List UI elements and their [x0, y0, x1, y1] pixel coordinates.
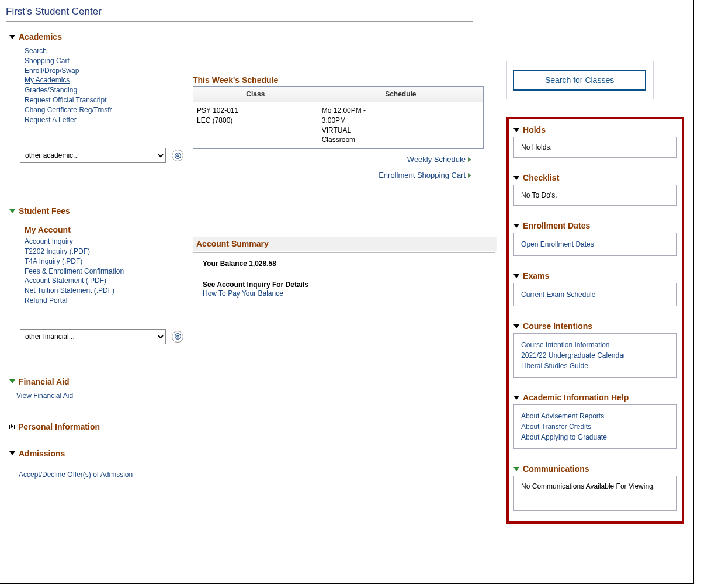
- financial-aid-header[interactable]: Financial Aid: [6, 373, 506, 391]
- schedule-table: Class Schedule PSY 102-011 LEC (7800) Mo…: [193, 86, 484, 149]
- link-account-inquiry[interactable]: Account Inquiry: [25, 237, 193, 247]
- liberal-studies-guide-link[interactable]: Liberal Studies Guide: [521, 361, 669, 371]
- sched-line4: Classroom: [322, 135, 480, 145]
- checklist-title: Checklist: [523, 173, 559, 182]
- academic-help-header[interactable]: Academic Information Help: [513, 393, 677, 404]
- view-financial-aid-link[interactable]: View Financial Aid: [16, 391, 506, 401]
- course-intentions-title: Course Intentions: [523, 321, 592, 331]
- my-account-subhead: My Account: [6, 220, 193, 237]
- account-detail-text: See Account Inquiry For Details: [203, 281, 485, 289]
- account-summary-box: Your Balance 1,028.58 See Account Inquir…: [193, 252, 495, 305]
- how-to-pay-link[interactable]: How To Pay Your Balance: [203, 289, 485, 298]
- exams-box: Current Exam Schedule: [513, 283, 677, 306]
- communications-title: Communications: [523, 464, 589, 473]
- academics-header[interactable]: Academics: [6, 29, 506, 46]
- class-section: LEC (7800): [197, 116, 314, 126]
- about-advisement-reports-link[interactable]: About Advisement Reports: [521, 411, 669, 421]
- sched-line1: Mo 12:00PM -: [322, 106, 480, 116]
- student-fees-header[interactable]: Student Fees: [6, 203, 506, 220]
- student-fees-title: Student Fees: [19, 206, 70, 216]
- expand-arrow-box-icon: [9, 424, 15, 429]
- collapse-arrow-icon: [9, 379, 15, 383]
- search-classes-container: Search for Classes: [506, 61, 654, 99]
- checklist-box: No To Do's.: [513, 185, 677, 206]
- col-schedule-header: Schedule: [318, 87, 483, 102]
- sidebar-highlight-box: Holds No Holds. Checklist No To Do's. En…: [506, 117, 684, 524]
- enrollment-shopping-cart-link[interactable]: Enrollment Shopping Cart: [379, 171, 471, 179]
- link-refund-portal[interactable]: Refund Portal: [25, 296, 193, 306]
- checklist-header[interactable]: Checklist: [513, 173, 677, 185]
- collapse-arrow-icon: [513, 274, 519, 278]
- other-academic-select[interactable]: other academic...: [20, 148, 166, 163]
- holds-box: No Holds.: [513, 137, 677, 158]
- collapse-arrow-icon: [513, 128, 519, 132]
- holds-title: Holds: [523, 125, 546, 134]
- open-enrollment-dates-link[interactable]: Open Enrollment Dates: [521, 239, 669, 250]
- triangle-right-icon: [468, 173, 471, 178]
- collapse-arrow-icon: [9, 209, 15, 213]
- link-request-letter[interactable]: Request A Letter: [25, 115, 193, 125]
- collapse-arrow-icon: [513, 224, 519, 228]
- undergrad-calendar-link[interactable]: 2021/22 Undergraduate Calendar: [521, 350, 669, 361]
- link-t2202[interactable]: T2202 Inquiry (.PDF): [25, 247, 193, 257]
- accept-decline-offer-link[interactable]: Accept/Decline Offer(s) of Admission: [19, 470, 506, 480]
- about-transfer-credits-link[interactable]: About Transfer Credits: [521, 421, 669, 432]
- communications-header[interactable]: Communications: [513, 464, 677, 476]
- collapse-arrow-icon: [513, 467, 519, 471]
- course-intentions-header[interactable]: Course Intentions: [513, 321, 677, 333]
- academic-help-box: About Advisement Reports About Transfer …: [513, 404, 677, 449]
- page-title: First's Student Center: [6, 6, 687, 21]
- enrollment-dates-box: Open Enrollment Dates: [513, 233, 677, 256]
- col-class-header: Class: [193, 87, 318, 102]
- go-icon: [175, 153, 181, 159]
- go-icon: [175, 333, 181, 340]
- collapse-arrow-icon: [9, 451, 15, 455]
- link-my-academics[interactable]: My Academics: [25, 75, 193, 85]
- search-for-classes-button[interactable]: Search for Classes: [513, 70, 646, 91]
- academic-help-title: Academic Information Help: [523, 393, 629, 402]
- collapse-arrow-icon: [513, 396, 519, 400]
- personal-info-header[interactable]: Personal Information: [6, 418, 506, 436]
- admissions-title: Admissions: [19, 449, 65, 458]
- sched-line2: 3:00PM: [322, 116, 480, 126]
- holds-header[interactable]: Holds: [513, 125, 677, 137]
- link-request-transcript[interactable]: Request Official Transcript: [25, 95, 193, 105]
- financial-go-button[interactable]: [172, 331, 183, 343]
- personal-info-title: Personal Information: [18, 422, 100, 431]
- academic-go-button[interactable]: [172, 150, 183, 161]
- link-search[interactable]: Search: [25, 46, 193, 56]
- other-financial-select[interactable]: other financial...: [20, 329, 166, 344]
- current-exam-schedule-link[interactable]: Current Exam Schedule: [521, 289, 669, 300]
- academics-title: Academics: [19, 32, 62, 41]
- link-account-statement[interactable]: Account Statement (.PDF): [25, 276, 193, 286]
- account-summary-title: Account Summary: [193, 237, 497, 251]
- collapse-arrow-icon: [513, 324, 519, 328]
- weekly-schedule-link[interactable]: Weekly Schedule: [407, 155, 471, 164]
- table-row: PSY 102-011 LEC (7800) Mo 12:00PM - 3:00…: [193, 102, 484, 149]
- collapse-arrow-icon: [513, 176, 519, 180]
- admissions-header[interactable]: Admissions: [6, 445, 506, 463]
- link-chang-cert[interactable]: Chang Certficate Reg/Trnsfr: [25, 105, 193, 115]
- about-applying-graduate-link[interactable]: About Applying to Graduate: [521, 432, 669, 442]
- triangle-right-icon: [468, 157, 471, 162]
- exams-header[interactable]: Exams: [513, 271, 677, 283]
- sched-line3: VIRTUAL: [322, 126, 480, 136]
- title-divider: [6, 21, 473, 22]
- link-net-tuition[interactable]: Net Tuition Statement (.PDF): [25, 286, 193, 296]
- link-t4a[interactable]: T4A Inquiry (.PDF): [25, 257, 193, 267]
- link-fees-enroll-confirm[interactable]: Fees & Enrollment Confirmation: [25, 267, 193, 276]
- class-code: PSY 102-011: [197, 106, 314, 116]
- course-intentions-box: Course Intention Information 2021/22 Und…: [513, 333, 677, 378]
- link-enroll-drop-swap[interactable]: Enroll/Drop/Swap: [25, 66, 193, 76]
- schedule-title: This Week's Schedule: [193, 75, 506, 86]
- course-intention-info-link[interactable]: Course Intention Information: [521, 340, 669, 350]
- enrollment-dates-header[interactable]: Enrollment Dates: [513, 221, 677, 233]
- exams-title: Exams: [523, 271, 549, 281]
- collapse-arrow-icon: [9, 35, 15, 39]
- enrollment-dates-title: Enrollment Dates: [523, 221, 590, 230]
- communications-box: No Communications Available For Viewing.: [513, 476, 677, 511]
- balance-line: Your Balance 1,028.58: [203, 260, 485, 268]
- link-shopping-cart[interactable]: Shopping Cart: [25, 56, 193, 66]
- financial-aid-title: Financial Aid: [19, 377, 70, 386]
- link-grades-standing[interactable]: Grades/Standing: [25, 85, 193, 95]
